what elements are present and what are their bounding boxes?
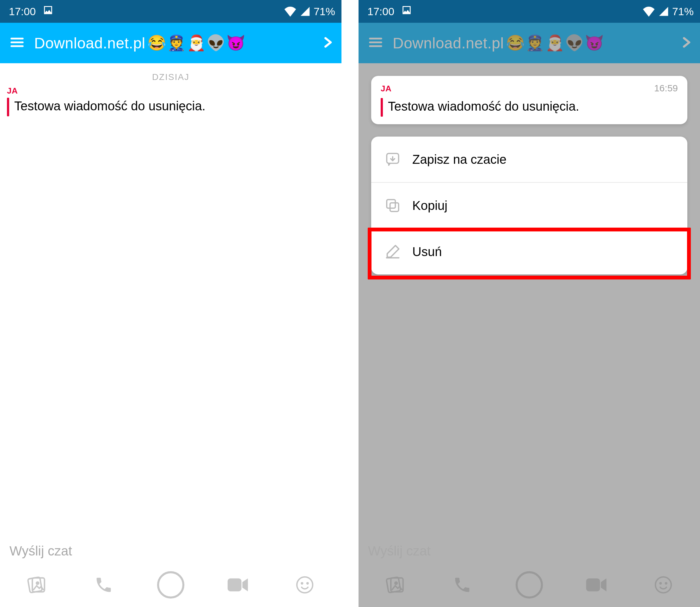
svg-point-8 — [297, 577, 313, 593]
battery-text: 71% — [672, 5, 694, 18]
eraser-icon — [384, 243, 402, 260]
svg-point-6 — [158, 572, 183, 598]
composer[interactable]: Wyślij czat — [0, 536, 342, 566]
date-divider: DZISIAJ — [0, 72, 342, 82]
message-accent-bar — [381, 98, 383, 117]
wifi-icon — [642, 6, 655, 17]
wifi-icon — [284, 6, 296, 17]
message-sender: JA — [381, 84, 391, 93]
svg-point-16 — [395, 582, 397, 584]
picture-icon — [401, 5, 412, 18]
signal-icon — [658, 6, 669, 17]
composer: Wyślij czat — [358, 536, 700, 566]
chat-title-text: Download.net.pl — [34, 35, 145, 52]
svg-point-20 — [660, 583, 661, 584]
svg-point-17 — [517, 572, 542, 598]
svg-point-21 — [665, 583, 667, 584]
battery-text: 71% — [314, 5, 335, 18]
menu-item-delete[interactable]: Usuń — [371, 228, 687, 274]
composer-placeholder: Wyślij czat — [9, 543, 72, 559]
menu-item-copy[interactable]: Kopiuj — [371, 182, 687, 228]
phone-call-icon — [445, 571, 480, 599]
message-context-menu: Zapisz na czacie Kopiuj Usuń — [371, 137, 687, 274]
copy-icon — [384, 197, 402, 214]
chat-title[interactable]: Download.net.pl 😂 👮 🎅 👽 😈 — [34, 35, 312, 52]
chat-title-emoji: 😂 👮 🎅 👽 😈 — [506, 36, 604, 50]
svg-point-5 — [36, 582, 39, 584]
save-chat-icon — [384, 150, 402, 168]
gallery-icon[interactable] — [19, 571, 54, 599]
chat-header: Download.net.pl 😂 👮 🎅 👽 😈 — [0, 23, 342, 63]
phone-right: 17:00 71% Download.net.pl 😂 👮 🎅 � — [358, 0, 700, 607]
selected-message-card: JA 16:59 Testowa wiadomość do usunięcia. — [371, 76, 687, 124]
svg-rect-23 — [390, 203, 399, 211]
svg-point-19 — [655, 577, 671, 593]
camera-shutter-icon[interactable] — [153, 571, 188, 599]
chevron-right-icon[interactable] — [680, 35, 693, 51]
svg-rect-7 — [228, 579, 242, 591]
status-left: 17:00 — [9, 5, 54, 18]
picture-icon — [43, 5, 54, 18]
message-accent-bar — [7, 98, 9, 116]
hamburger-icon[interactable] — [368, 35, 383, 51]
chat-scroll[interactable]: DZISIAJ JA Testowa wiadomość do usunięci… — [0, 63, 342, 536]
svg-point-10 — [307, 583, 308, 584]
video-icon[interactable] — [220, 571, 255, 599]
message[interactable]: JA Testowa wiadomość do usunięcia. — [0, 86, 342, 116]
bottom-actions — [358, 566, 700, 607]
status-right: 71% — [642, 5, 694, 18]
svg-rect-3 — [28, 577, 42, 593]
chat-title[interactable]: Download.net.pl 😂 👮 🎅 👽 😈 — [393, 35, 670, 52]
status-time: 17:00 — [367, 5, 394, 18]
smiley-icon — [646, 571, 681, 599]
svg-rect-18 — [586, 579, 600, 591]
svg-rect-24 — [387, 200, 395, 208]
message-text: Testowa wiadomość do usunięcia. — [14, 98, 206, 116]
composer-placeholder: Wyślij czat — [368, 543, 431, 559]
status-right: 71% — [284, 5, 335, 18]
phone-call-icon[interactable] — [86, 571, 121, 599]
menu-item-label: Kopiuj — [412, 198, 447, 213]
phone-left: 17:00 71% Download.net.pl 😂 👮 🎅 � — [0, 0, 342, 607]
menu-item-label: Usuń — [412, 245, 442, 259]
message-text: Testowa wiadomość do usunięcia. — [388, 98, 579, 117]
status-bar: 17:00 71% — [0, 0, 342, 23]
chat-title-emoji: 😂 👮 🎅 👽 😈 — [147, 36, 246, 50]
menu-item-label: Zapisz na czacie — [412, 152, 507, 167]
chat-body: DZISIAJ JA Testowa wiadomość do usunięci… — [0, 63, 342, 607]
gallery-icon — [378, 571, 413, 599]
svg-rect-14 — [386, 577, 401, 593]
svg-point-9 — [301, 583, 303, 584]
camera-shutter-icon — [512, 571, 547, 599]
chat-title-text: Download.net.pl — [393, 35, 504, 52]
status-time: 17:00 — [9, 5, 36, 18]
status-left: 17:00 — [367, 5, 412, 18]
chat-header: Download.net.pl 😂 👮 🎅 👽 😈 — [358, 23, 700, 63]
message-sender: JA — [7, 86, 333, 96]
hamburger-icon[interactable] — [9, 35, 25, 51]
menu-item-save[interactable]: Zapisz na czacie — [371, 137, 687, 182]
status-bar: 17:00 71% — [358, 0, 700, 23]
message-timestamp: 16:59 — [654, 83, 678, 93]
signal-icon — [300, 6, 310, 17]
smiley-icon[interactable] — [287, 571, 322, 599]
chevron-right-icon[interactable] — [321, 35, 334, 51]
bottom-actions — [0, 566, 342, 607]
video-icon — [579, 571, 614, 599]
